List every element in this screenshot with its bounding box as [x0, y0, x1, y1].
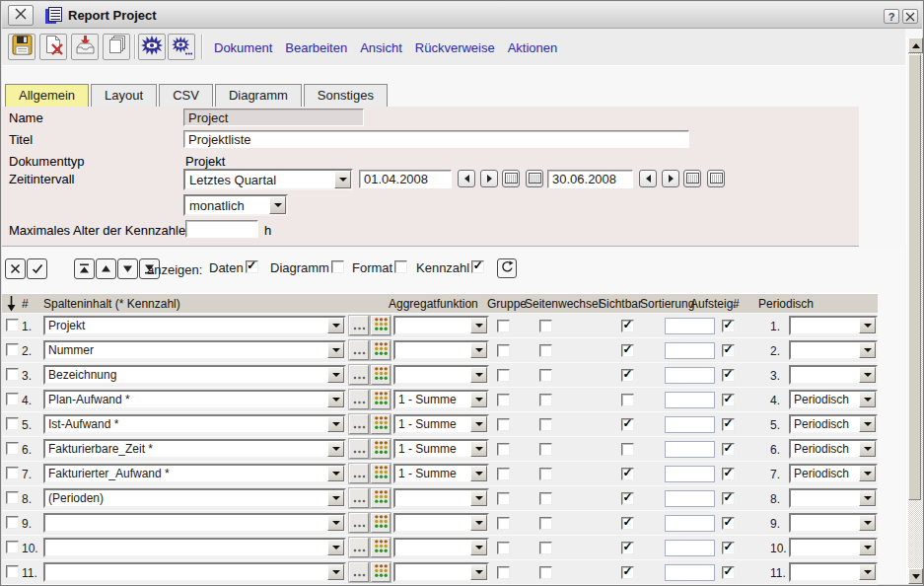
- max-age-input[interactable]: [185, 220, 258, 238]
- row-select-checkbox[interactable]: [6, 491, 19, 504]
- chevron-down-icon[interactable]: [327, 466, 344, 481]
- format-grid-button[interactable]: [371, 316, 391, 335]
- move-up-button[interactable]: [96, 258, 116, 279]
- menu-item[interactable]: Bearbeiten: [285, 40, 347, 55]
- ellipsis-button[interactable]: [349, 316, 369, 335]
- chevron-down-icon[interactable]: [327, 392, 344, 407]
- chevron-down-icon[interactable]: [470, 392, 487, 407]
- menu-item[interactable]: Dokument: [214, 40, 272, 55]
- seitenwechsel-checkbox[interactable]: [539, 443, 552, 456]
- chevron-down-icon[interactable]: [327, 540, 344, 555]
- format-grid-button[interactable]: [371, 464, 391, 483]
- chevron-down-icon[interactable]: [327, 515, 344, 531]
- chevron-down-icon[interactable]: [470, 466, 487, 481]
- seitenwechsel-checkbox[interactable]: [539, 468, 552, 480]
- aufsteigend-checkbox[interactable]: [722, 517, 735, 530]
- aggregate-dropdown[interactable]: [393, 538, 489, 557]
- gruppe-checkbox[interactable]: [497, 443, 510, 456]
- column-content-dropdown[interactable]: Bezeichnung: [43, 365, 346, 385]
- seitenwechsel-checkbox[interactable]: [539, 320, 552, 332]
- import-button[interactable]: [71, 34, 99, 60]
- gruppe-checkbox[interactable]: [497, 344, 510, 357]
- ellipsis-button[interactable]: [349, 562, 369, 582]
- aggregate-dropdown[interactable]: [393, 488, 489, 508]
- format-grid-button[interactable]: [371, 390, 391, 409]
- periodisch-dropdown[interactable]: [789, 538, 878, 557]
- move-down-button[interactable]: [117, 258, 138, 279]
- header-aggregatfunktion[interactable]: Aggregatfunktion: [389, 297, 478, 311]
- format-grid-button[interactable]: [371, 488, 391, 508]
- header-spalteninhalt[interactable]: Spalteninhalt (* Kennzahl): [43, 297, 180, 311]
- gruppe-checkbox[interactable]: [497, 492, 510, 505]
- gruppe-checkbox[interactable]: [497, 517, 510, 530]
- scroll-down-button[interactable]: [908, 568, 923, 584]
- periodisch-dropdown[interactable]: Periodisch: [789, 464, 878, 483]
- sichtbar-checkbox[interactable]: [621, 517, 634, 530]
- seitenwechsel-checkbox[interactable]: [539, 369, 552, 382]
- sortierung-input[interactable]: [665, 515, 715, 532]
- chevron-down-icon[interactable]: [859, 540, 876, 555]
- close-window-button[interactable]: [8, 5, 34, 26]
- ellipsis-button[interactable]: [349, 464, 369, 483]
- format-grid-button[interactable]: [371, 538, 391, 557]
- header-gruppe[interactable]: Gruppe: [487, 297, 527, 311]
- name-field[interactable]: Project: [183, 109, 364, 126]
- aufsteigend-checkbox[interactable]: [722, 344, 735, 357]
- date-from-calendar-alt-button[interactable]: [526, 170, 543, 187]
- sichtbar-checkbox[interactable]: [621, 443, 634, 456]
- tab-csv[interactable]: CSV: [159, 84, 213, 107]
- chevron-down-icon[interactable]: [470, 416, 487, 432]
- scroll-up-button[interactable]: [908, 37, 923, 53]
- chevron-down-icon[interactable]: [859, 392, 876, 407]
- header-num[interactable]: #: [22, 297, 29, 311]
- delete-document-button[interactable]: [39, 34, 67, 60]
- chevron-down-icon[interactable]: [859, 490, 876, 506]
- tab-sonstiges[interactable]: Sonstiges: [304, 84, 388, 107]
- help-button[interactable]: ?: [884, 9, 899, 24]
- date-to-input[interactable]: 30.06.2008: [547, 170, 633, 188]
- select-all-button[interactable]: [27, 258, 47, 279]
- ellipsis-button[interactable]: [349, 439, 369, 459]
- sichtbar-checkbox[interactable]: [621, 468, 634, 480]
- ellipsis-button[interactable]: [349, 538, 369, 557]
- date-from-next-button[interactable]: [480, 170, 498, 187]
- seitenwechsel-checkbox[interactable]: [539, 566, 552, 579]
- ellipsis-button[interactable]: [349, 390, 369, 409]
- sortierung-input[interactable]: [665, 564, 715, 581]
- aggregate-dropdown[interactable]: 1 - Summe: [393, 464, 489, 483]
- aufsteigend-checkbox[interactable]: [722, 418, 735, 431]
- anzeigen-option-checkbox[interactable]: [471, 260, 484, 273]
- date-to-prev-button[interactable]: [639, 170, 657, 187]
- date-from-calendar-button[interactable]: [502, 170, 520, 187]
- row-select-checkbox[interactable]: [6, 516, 19, 529]
- ellipsis-button[interactable]: [349, 414, 369, 434]
- row-select-checkbox[interactable]: [6, 368, 19, 381]
- format-grid-button[interactable]: [371, 340, 391, 360]
- tab-diagramm[interactable]: Diagramm: [215, 84, 302, 107]
- format-grid-button[interactable]: [371, 414, 391, 434]
- watch-button[interactable]: [138, 34, 166, 60]
- format-grid-button[interactable]: [371, 365, 391, 385]
- column-content-dropdown[interactable]: Nummer: [43, 340, 346, 360]
- chevron-down-icon[interactable]: [470, 318, 487, 333]
- chevron-down-icon[interactable]: [859, 342, 876, 358]
- refresh-button[interactable]: [497, 258, 517, 278]
- sichtbar-checkbox[interactable]: [621, 394, 634, 406]
- sortierung-input[interactable]: [665, 342, 715, 359]
- close-button[interactable]: [902, 9, 918, 24]
- chevron-down-icon[interactable]: [327, 416, 344, 432]
- header-sichtbar[interactable]: Sichtbar: [599, 297, 642, 311]
- tab-layout[interactable]: Layout: [91, 84, 157, 107]
- periodisch-dropdown[interactable]: [789, 562, 878, 582]
- aufsteigend-checkbox[interactable]: [722, 320, 735, 332]
- gruppe-checkbox[interactable]: [497, 566, 510, 579]
- chevron-down-icon[interactable]: [269, 196, 286, 214]
- scrollbar-thumb[interactable]: [908, 54, 921, 500]
- chevron-down-icon[interactable]: [327, 564, 344, 580]
- chevron-down-icon[interactable]: [470, 515, 487, 531]
- anzeigen-option-checkbox[interactable]: [394, 260, 407, 273]
- header-seitenwechsel[interactable]: Seitenwechsel: [525, 297, 601, 311]
- sichtbar-checkbox[interactable]: [621, 344, 634, 357]
- menu-item[interactable]: Rückverweise: [415, 40, 495, 55]
- column-content-dropdown[interactable]: Fakturierter_Aufwand *: [43, 464, 346, 483]
